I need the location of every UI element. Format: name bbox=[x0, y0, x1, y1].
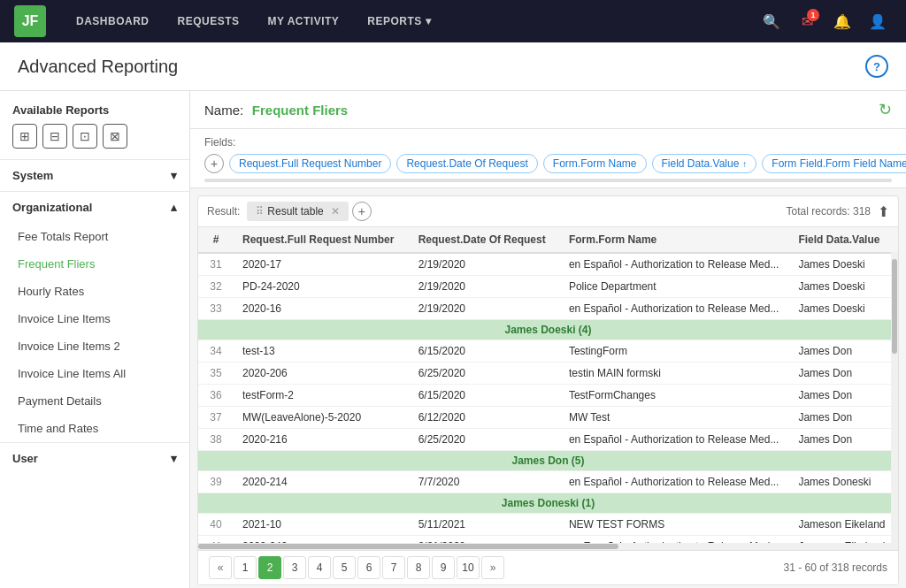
table-container[interactable]: # Request.Full Request Number Request.Da… bbox=[198, 227, 898, 543]
cell-request-number: testForm-2 bbox=[234, 385, 410, 407]
vertical-scrollbar-thumb bbox=[892, 259, 897, 354]
page-button-3[interactable]: 3 bbox=[283, 556, 306, 579]
page-button-4[interactable]: 4 bbox=[308, 556, 331, 579]
table-row[interactable]: 32 PD-24-2020 2/19/2020 Police Departmen… bbox=[198, 276, 898, 298]
prev-page-button[interactable]: « bbox=[209, 556, 232, 579]
nav-icons: 🔍 ✉ 1 🔔 👤 bbox=[757, 7, 892, 35]
search-button[interactable]: 🔍 bbox=[757, 7, 786, 35]
add-field-button[interactable]: + bbox=[204, 154, 224, 173]
sidebar-item-invoice-line-items[interactable]: Invoice Line Items bbox=[0, 305, 189, 332]
col-header-form-name: Form.Form Name bbox=[560, 227, 790, 253]
cell-request-number: test-13 bbox=[234, 340, 410, 363]
mail-badge: 1 bbox=[807, 9, 819, 21]
horizontal-scrollbar[interactable] bbox=[198, 543, 898, 550]
pagination-info: 31 - 60 of 318 records bbox=[784, 561, 887, 574]
field-chip-0[interactable]: Request.Full Request Number bbox=[229, 154, 391, 173]
table-row[interactable]: 38 2020-216 6/25/2020 en Español - Autho… bbox=[198, 429, 898, 451]
cell-date: 7/7/2020 bbox=[410, 471, 560, 493]
chevron-up-icon: ▴ bbox=[171, 201, 177, 214]
col-header-field-value: Field Data.Value bbox=[789, 227, 898, 253]
cell-num: 33 bbox=[198, 298, 234, 320]
report-name: Name: Frequent Fliers bbox=[204, 103, 348, 118]
page-button-2[interactable]: 2 bbox=[258, 556, 281, 579]
mail-button[interactable]: ✉ 1 bbox=[793, 7, 821, 35]
cell-num: 39 bbox=[198, 471, 234, 493]
result-label: Result: bbox=[207, 205, 240, 218]
cell-form-name: en Español - Authorization to Release Me… bbox=[560, 253, 790, 276]
table-row[interactable]: 31 2020-17 2/19/2020 en Español - Author… bbox=[198, 253, 898, 276]
field-chip-1[interactable]: Request.Date Of Request bbox=[396, 154, 537, 173]
cell-field-value: James Doeski bbox=[789, 276, 898, 298]
sidebar-item-invoice-line-items-2[interactable]: Invoice Line Items 2 bbox=[0, 332, 189, 360]
fields-section: Fields: + Request.Full Request Number Re… bbox=[190, 129, 906, 188]
table-row[interactable]: 39 2020-214 7/7/2020 en Español - Author… bbox=[198, 471, 898, 493]
cell-date: 5/11/2021 bbox=[410, 514, 560, 536]
sidebar-item-time-and-rates[interactable]: Time and Rates bbox=[0, 415, 189, 442]
sidebar-section-header-organizational[interactable]: Organizational ▴ bbox=[0, 192, 189, 223]
table-row[interactable]: 36 testForm-2 6/15/2020 TestFormChanges … bbox=[198, 385, 898, 407]
field-chip-4[interactable]: Form Field.Form Field Name bbox=[762, 154, 906, 173]
app-logo[interactable]: JF bbox=[14, 5, 46, 37]
sidebar-item-payment-details[interactable]: Payment Details bbox=[0, 387, 189, 415]
sidebar-section-header-user[interactable]: User ▾ bbox=[0, 443, 189, 474]
cell-request-number: MW(LeaveAlone)-5-2020 bbox=[234, 407, 410, 429]
result-section: Result: ⠿ Result table ✕ + Total records… bbox=[197, 195, 899, 585]
cell-form-name: Police Department bbox=[560, 276, 790, 298]
content-area: Name: Frequent Fliers ↻ Fields: + Reques… bbox=[190, 91, 906, 588]
refresh-button[interactable]: ↻ bbox=[879, 100, 892, 119]
next-page-button[interactable]: » bbox=[481, 556, 504, 579]
horizontal-scrollbar-thumb bbox=[198, 544, 618, 549]
table-row[interactable]: 37 MW(LeaveAlone)-5-2020 6/12/2020 MW Te… bbox=[198, 407, 898, 429]
page-button-9[interactable]: 9 bbox=[432, 556, 455, 579]
sidebar-item-frequent-fliers[interactable]: Frequent Fliers bbox=[0, 250, 189, 278]
table-group-row: James Doeski (4) bbox=[198, 320, 898, 340]
page-button-10[interactable]: 10 bbox=[457, 556, 480, 579]
user-menu-button[interactable]: 👤 bbox=[864, 7, 892, 35]
nav-dashboard[interactable]: DASHBOARD bbox=[64, 8, 162, 34]
sidebar-action-import[interactable]: ⊡ bbox=[73, 124, 97, 149]
main-layout: Available Reports ⊞ ⊟ ⊡ ⊠ System ▾ Organ… bbox=[0, 91, 906, 588]
cell-field-value: James Doneski bbox=[789, 471, 898, 493]
nav-requests[interactable]: REQUESTS bbox=[165, 8, 252, 34]
sidebar-action-copy[interactable]: ⊞ bbox=[12, 124, 37, 149]
field-chip-2[interactable]: Form.Form Name bbox=[543, 154, 647, 173]
cell-field-value: James Don bbox=[789, 340, 898, 363]
sidebar-item-invoice-line-items-all[interactable]: Invoice Line Items All bbox=[0, 360, 189, 387]
page-button-5[interactable]: 5 bbox=[333, 556, 356, 579]
cell-date: 6/25/2020 bbox=[410, 363, 560, 385]
page-button-7[interactable]: 7 bbox=[382, 556, 405, 579]
page-button-8[interactable]: 8 bbox=[407, 556, 430, 579]
result-table: # Request.Full Request Number Request.Da… bbox=[198, 227, 898, 543]
table-row[interactable]: 41 2020-342 8/31/2020 en Español - Autho… bbox=[198, 536, 898, 544]
result-meta: Total records: 318 ⬆ bbox=[787, 203, 889, 220]
vertical-scrollbar[interactable] bbox=[891, 227, 898, 543]
sidebar-action-delete[interactable]: ⊠ bbox=[103, 124, 127, 149]
total-records: Total records: 318 bbox=[787, 205, 871, 218]
cell-field-value: James Don bbox=[789, 363, 898, 385]
field-chip-3[interactable]: Field Data.Value ↑ bbox=[652, 154, 757, 173]
export-button[interactable]: ⬆ bbox=[878, 203, 889, 220]
add-tab-button[interactable]: + bbox=[352, 202, 372, 221]
table-row[interactable]: 34 test-13 6/15/2020 TestingForm James D… bbox=[198, 340, 898, 363]
chevron-down-icon-user: ▾ bbox=[171, 452, 177, 465]
notifications-button[interactable]: 🔔 bbox=[828, 7, 856, 35]
nav-my-activity[interactable]: MY ACTIVITY bbox=[256, 8, 352, 34]
pagination-bar: « 1 2 3 4 5 6 7 8 9 10 » 31 - 60 of 318 … bbox=[198, 550, 898, 584]
close-tab-icon[interactable]: ✕ bbox=[331, 205, 340, 218]
page-button-6[interactable]: 6 bbox=[357, 556, 380, 579]
nav-reports[interactable]: REPORTS ▾ bbox=[355, 8, 443, 34]
cell-form-name: testin MAIN formski bbox=[560, 363, 790, 385]
sidebar-section-header-system[interactable]: System ▾ bbox=[0, 160, 189, 191]
sidebar-action-export[interactable]: ⊟ bbox=[42, 124, 67, 149]
table-row[interactable]: 35 2020-206 6/25/2020 testin MAIN formsk… bbox=[198, 363, 898, 385]
group-label: James Don (5) bbox=[198, 451, 898, 471]
result-table-tab[interactable]: ⠿ Result table ✕ bbox=[247, 202, 348, 221]
cell-field-value: James Don bbox=[789, 429, 898, 451]
sidebar-item-hourly-rates[interactable]: Hourly Rates bbox=[0, 278, 189, 305]
cell-field-value: James Doeski bbox=[789, 298, 898, 320]
table-row[interactable]: 33 2020-16 2/19/2020 en Español - Author… bbox=[198, 298, 898, 320]
page-button-1[interactable]: 1 bbox=[234, 556, 257, 579]
help-button[interactable]: ? bbox=[865, 55, 888, 78]
table-row[interactable]: 40 2021-10 5/11/2021 NEW TEST FORMS Jame… bbox=[198, 514, 898, 536]
sidebar-item-fee-totals[interactable]: Fee Totals Report bbox=[0, 223, 189, 250]
